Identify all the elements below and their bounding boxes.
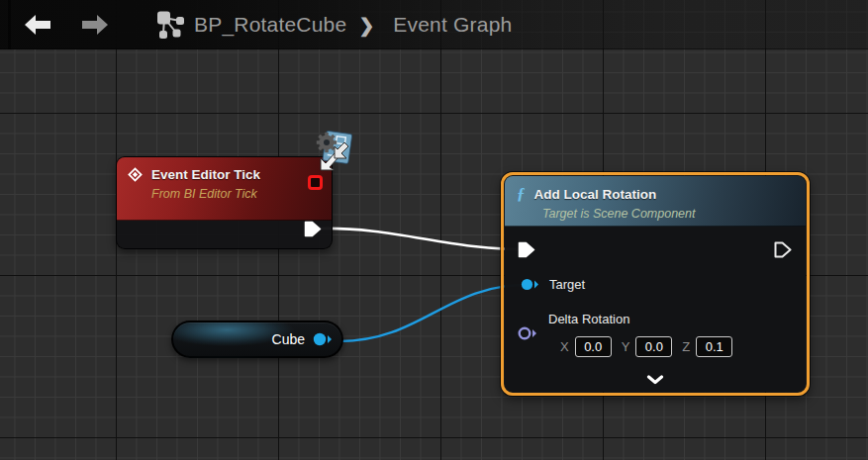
cube-variable-label: Cube [272,331,305,347]
function-node-title: Add Local Rotation [534,187,657,202]
back-arrow-icon [23,13,52,37]
back-button[interactable] [21,10,54,40]
event-node-title: Event Editor Tick [151,167,260,182]
breadcrumb-page-name[interactable]: Event Graph [393,13,512,37]
function-f-icon: ƒ [517,184,526,204]
expand-node-chevron-icon[interactable] [646,371,664,389]
z-value-input[interactable] [696,336,732,357]
delta-rotation-label: Delta Rotation [548,312,629,326]
event-node-header: Event Editor Tick From BI Editor Tick [117,157,332,221]
exec-in-pin[interactable] [518,241,535,258]
cube-variable-node[interactable]: Cube [171,321,343,358]
forward-button[interactable] [78,10,112,40]
event-node-subtitle: From BI Editor Tick [151,187,322,201]
event-editor-tick-node[interactable]: Event Editor Tick From BI Editor Tick [116,156,333,249]
breadcrumb-blueprint-name[interactable]: BP_RotateCube [194,13,346,37]
blueprint-editor: Event Editor Tick From BI Editor Tick [0,0,868,460]
breadcrumb-separator-icon: ❯ [358,14,374,37]
function-node-header: ƒ Add Local Rotation Target is Scene Com… [505,176,806,227]
event-exec-out-pin[interactable] [304,221,322,241]
event-diamond-icon [127,166,144,183]
target-pin[interactable] [521,278,539,291]
add-local-rotation-node[interactable]: ƒ Add Local Rotation Target is Scene Com… [501,172,810,396]
z-axis-label: Z [682,339,690,354]
cube-output-pin[interactable] [313,332,333,346]
blueprint-graph-icon [155,9,185,41]
editor-gear-badge-icon [309,127,356,174]
function-node-subtitle: Target is Scene Component [542,207,796,221]
toolbar-grip [8,0,11,49]
breadcrumb-toolbar: BP_RotateCube ❯ Event Graph [0,0,868,49]
gear-icon [317,133,337,152]
x-axis-label: X [560,339,569,354]
target-pin-label: Target [549,277,585,292]
forward-arrow-icon [80,13,110,37]
y-axis-label: Y [622,339,630,354]
x-value-input[interactable] [575,336,612,357]
delta-rotation-pin[interactable] [518,326,537,344]
vector-inputs: X Y Z [556,336,732,357]
exec-out-pin[interactable] [774,241,792,258]
delegate-pin[interactable] [308,175,323,190]
y-value-input[interactable] [635,336,672,357]
